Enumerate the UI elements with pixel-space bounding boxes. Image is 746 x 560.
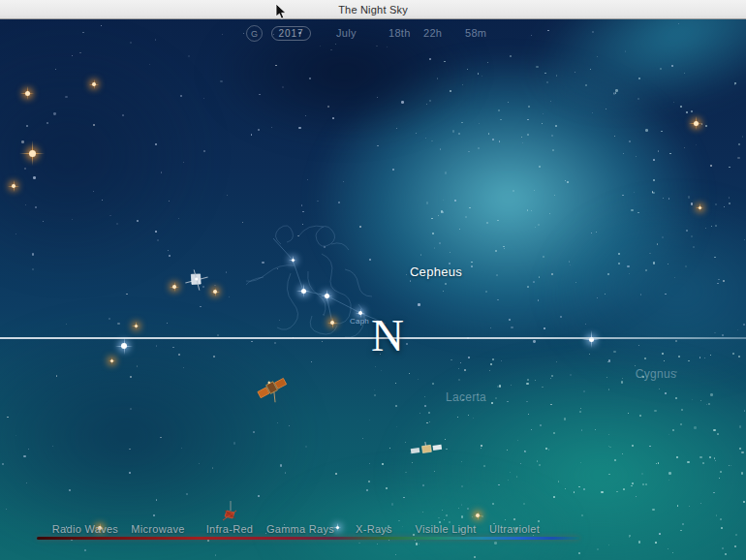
spectrum-band-visible-light[interactable]: Visible Light <box>415 523 476 535</box>
background-star <box>734 545 736 547</box>
background-star <box>527 286 529 288</box>
background-star <box>649 446 651 448</box>
background-star <box>200 306 202 308</box>
background-star <box>109 215 110 216</box>
background-star <box>542 387 544 389</box>
window-titlebar[interactable]: The Night Sky <box>0 0 746 19</box>
background-star <box>744 410 746 412</box>
background-star <box>672 429 674 431</box>
background-star <box>395 405 397 407</box>
background-star <box>253 431 255 433</box>
background-star <box>368 481 370 482</box>
background-star <box>369 420 370 420</box>
background-star <box>678 23 679 24</box>
background-star <box>644 358 646 359</box>
spectrum-band-infra-red[interactable]: Infra-Red <box>206 523 254 535</box>
satellite-icon[interactable] <box>256 374 289 407</box>
background-star <box>461 122 463 124</box>
background-star <box>26 125 28 127</box>
background-star <box>714 332 715 333</box>
background-star <box>575 72 575 73</box>
background-star <box>585 84 587 86</box>
background-star <box>275 65 276 66</box>
background-star <box>488 133 490 135</box>
background-star <box>711 226 712 227</box>
background-star <box>431 218 432 219</box>
background-star <box>730 465 731 466</box>
background-star <box>457 417 458 418</box>
background-star <box>723 280 725 282</box>
background-star <box>636 496 637 497</box>
spectrum-band-radio-waves[interactable]: Radio Waves <box>52 523 118 535</box>
background-star <box>442 510 443 511</box>
background-star <box>721 527 723 529</box>
minute-control[interactable]: 58m <box>465 27 486 39</box>
location-button[interactable]: G <box>246 25 263 42</box>
background-star <box>713 492 715 494</box>
background-star <box>155 39 157 41</box>
background-star <box>471 262 472 263</box>
spectrum-band-x-rays[interactable]: X-Rays <box>356 523 392 535</box>
background-star <box>129 472 131 474</box>
background-star <box>343 181 344 182</box>
day-control[interactable]: 18th <box>389 27 411 39</box>
background-star <box>684 147 685 148</box>
spectrum-band-gamma-rays[interactable]: Gamma Rays <box>266 523 334 535</box>
spectrum-band-microwave[interactable]: Microwave <box>131 523 184 535</box>
background-star <box>168 250 169 251</box>
background-star <box>188 55 190 57</box>
background-star <box>472 516 474 518</box>
background-star <box>369 259 371 261</box>
background-star <box>725 553 727 555</box>
background-star <box>156 499 158 501</box>
background-star <box>391 503 393 505</box>
background-star <box>743 324 745 326</box>
background-star <box>628 413 629 414</box>
background-star <box>527 119 529 121</box>
satellite-icon[interactable] <box>182 267 211 296</box>
background-star <box>551 375 553 377</box>
background-star <box>305 446 307 448</box>
background-star <box>686 111 687 112</box>
background-star <box>434 471 435 472</box>
background-star <box>528 106 530 108</box>
background-star <box>425 138 426 139</box>
background-star <box>658 150 660 152</box>
background-star <box>676 456 678 458</box>
background-star <box>443 200 444 201</box>
background-star <box>424 405 426 407</box>
background-star <box>570 264 571 265</box>
background-star <box>693 246 695 248</box>
background-star <box>613 351 616 354</box>
background-star <box>704 358 705 358</box>
background-star <box>481 445 482 447</box>
background-star <box>180 95 182 97</box>
background-star <box>497 386 499 388</box>
month-control[interactable]: July <box>336 27 357 39</box>
background-star <box>664 360 665 361</box>
background-star <box>109 318 110 320</box>
background-star <box>420 254 422 256</box>
background-star <box>65 96 67 98</box>
sky-viewport[interactable]: CepheusLacertaCygnusCaph N G 2017 July 1… <box>0 0 746 560</box>
year-control[interactable]: 2017 <box>271 26 311 41</box>
background-star <box>553 432 555 434</box>
hour-control[interactable]: 22h <box>423 27 442 39</box>
background-star <box>590 69 591 70</box>
background-star <box>226 271 228 273</box>
background-star <box>691 110 693 112</box>
spectrum-band-ultraviolet[interactable]: Ultraviolet <box>489 523 540 535</box>
background-star <box>595 429 596 430</box>
background-star <box>720 471 722 473</box>
background-star <box>429 100 431 102</box>
background-star <box>665 392 666 393</box>
satellite-icon[interactable] <box>410 439 443 464</box>
background-star <box>657 243 658 244</box>
background-star <box>28 449 29 450</box>
background-star <box>538 520 540 522</box>
background-star <box>627 265 629 267</box>
background-star <box>227 195 228 196</box>
background-star <box>262 262 264 264</box>
background-star <box>691 202 693 204</box>
background-star <box>550 101 551 102</box>
